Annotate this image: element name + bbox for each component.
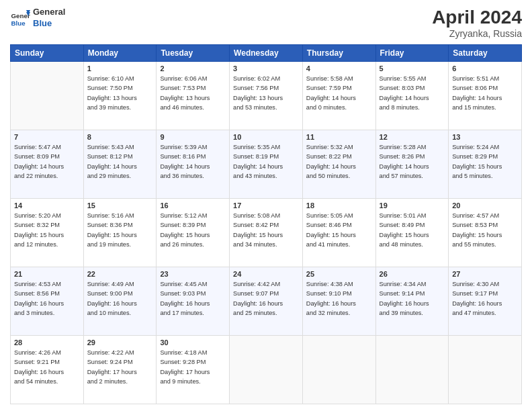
day-info: Sunrise: 5:47 AMSunset: 8:09 PMDaylight:… [14,142,80,181]
day-info: Sunrise: 6:02 AMSunset: 7:56 PMDaylight:… [233,74,299,112]
day-info: Sunrise: 5:01 AMSunset: 8:49 PMDaylight:… [380,211,445,249]
day-info-line: Daylight: 14 hours [380,95,429,101]
day-info-line: and 10 minutes. [87,310,131,316]
day-info-line: Daylight: 17 hours [87,369,137,375]
day-info-line: Daylight: 14 hours [14,163,64,170]
day-info-line: Daylight: 16 hours [306,300,356,307]
day-info-line: Sunset: 8:26 PM [380,153,425,160]
calendar-day-cell: 24Sunrise: 4:42 AMSunset: 9:07 PMDayligh… [230,267,303,336]
day-info-line: Sunset: 8:53 PM [452,222,498,228]
day-info-line: and 39 minutes. [380,310,423,316]
day-info-line: and 54 minutes. [14,378,58,385]
calendar-day-cell: 9Sunrise: 5:39 AMSunset: 8:16 PMDaylight… [157,130,230,199]
day-of-week-header: Thursday [302,45,375,62]
day-number: 19 [380,201,445,210]
page: General Blue General Blue April 2024 Zyr… [0,0,532,411]
calendar-day-cell: 14Sunrise: 5:20 AMSunset: 8:32 PMDayligh… [11,199,84,267]
day-number: 27 [452,270,518,278]
day-info-line: Daylight: 15 hours [87,232,137,238]
day-info-line: Daylight: 14 hours [306,163,356,170]
day-info-line: and 22 minutes. [14,173,58,179]
day-info-line: Daylight: 16 hours [87,300,137,307]
day-info-line: and 48 minutes. [380,241,423,248]
day-info-line: and 17 minutes. [160,310,204,316]
day-info-line: Sunset: 9:10 PM [306,290,352,297]
day-info-line: Sunrise: 4:30 AM [452,281,499,287]
day-info-line: Sunrise: 6:02 AM [233,75,280,82]
day-info: Sunrise: 4:18 AMSunset: 9:28 PMDaylight:… [160,348,226,386]
day-info-line: Daylight: 15 hours [306,232,356,238]
logo-blue-text: Blue [33,18,65,30]
day-info-line: Sunrise: 5:20 AM [14,212,61,219]
calendar-day-cell: 1Sunrise: 6:10 AMSunset: 7:50 PMDaylight… [83,62,157,130]
day-info-line: Sunset: 8:49 PM [380,222,425,228]
day-number: 29 [87,338,153,347]
day-info-line: Sunrise: 5:55 AM [380,75,427,82]
calendar-day-cell: 15Sunrise: 5:16 AMSunset: 8:36 PMDayligh… [83,199,157,267]
day-info-line: Sunrise: 5:24 AM [452,144,499,150]
day-info-line: Daylight: 16 hours [452,300,502,307]
day-info-line: Sunrise: 5:35 AM [233,144,280,150]
day-info-line: and 26 minutes. [160,241,204,248]
day-number: 17 [233,201,299,210]
day-info-line: and 25 minutes. [233,310,277,316]
day-info-line: Sunset: 7:53 PM [160,85,206,91]
calendar-day-cell: 27Sunrise: 4:30 AMSunset: 9:17 PMDayligh… [449,267,522,336]
header: General Blue General Blue April 2024 Zyr… [10,7,522,39]
calendar-week-row: 14Sunrise: 5:20 AMSunset: 8:32 PMDayligh… [11,199,522,267]
day-of-week-header: Friday [375,45,449,62]
day-info-line: Sunrise: 4:53 AM [14,281,61,287]
day-number: 6 [452,64,518,73]
day-info-line: Daylight: 14 hours [380,163,429,170]
day-number: 4 [306,64,372,73]
day-info-line: Sunrise: 5:05 AM [306,212,353,219]
day-info-line: Sunset: 9:24 PM [87,359,133,365]
day-info-line: and 3 minutes. [14,310,54,316]
calendar-day-cell [302,336,375,404]
calendar-day-cell: 16Sunrise: 5:12 AMSunset: 8:39 PMDayligh… [157,199,230,267]
calendar-week-row: 1Sunrise: 6:10 AMSunset: 7:50 PMDaylight… [11,62,522,130]
day-number: 25 [306,270,372,278]
day-info-line: Daylight: 15 hours [14,232,64,238]
day-info-line: Sunrise: 4:57 AM [452,212,499,219]
day-info: Sunrise: 4:38 AMSunset: 9:10 PMDaylight:… [306,279,372,318]
day-info-line: Sunset: 8:09 PM [14,153,60,160]
day-info-line: Sunset: 8:36 PM [87,222,133,228]
day-number: 13 [452,133,518,141]
day-info: Sunrise: 5:32 AMSunset: 8:22 PMDaylight:… [306,142,372,181]
day-info-line: Sunset: 8:46 PM [306,222,352,228]
calendar-day-cell: 21Sunrise: 4:53 AMSunset: 8:56 PMDayligh… [11,267,84,336]
calendar-day-cell [449,336,522,404]
day-number: 5 [380,64,445,73]
day-info-line: Daylight: 16 hours [160,300,210,307]
calendar-subtitle: Zyryanka, Russia [432,28,522,39]
day-info: Sunrise: 4:30 AMSunset: 9:17 PMDaylight:… [452,279,518,318]
day-info-line: and 57 minutes. [380,173,423,179]
day-info-line: Sunrise: 5:58 AM [306,75,353,82]
day-info: Sunrise: 5:28 AMSunset: 8:26 PMDaylight:… [380,142,445,181]
day-number: 16 [160,201,226,210]
calendar-day-cell: 5Sunrise: 5:55 AMSunset: 8:03 PMDaylight… [375,62,449,130]
calendar-day-cell [11,62,84,130]
calendar-day-cell: 22Sunrise: 4:49 AMSunset: 9:00 PMDayligh… [83,267,157,336]
day-info-line: Sunset: 8:56 PM [14,290,60,297]
calendar-day-cell: 19Sunrise: 5:01 AMSunset: 8:49 PMDayligh… [375,199,449,267]
day-info-line: and 0 minutes. [306,104,347,111]
calendar-day-cell: 11Sunrise: 5:32 AMSunset: 8:22 PMDayligh… [302,130,375,199]
day-info-line: Sunrise: 6:10 AM [87,75,134,82]
day-info-line: Sunrise: 5:32 AM [306,144,353,150]
day-info-line: Daylight: 15 hours [452,232,502,238]
day-number: 30 [160,338,226,347]
day-info: Sunrise: 6:10 AMSunset: 7:50 PMDaylight:… [87,74,153,112]
day-info-line: and 2 minutes. [87,378,128,385]
day-of-week-header: Monday [83,45,157,62]
day-of-week-header: Saturday [449,45,522,62]
day-number: 18 [306,201,372,210]
day-info-line: Sunset: 7:59 PM [306,85,352,91]
day-of-week-header: Tuesday [157,45,230,62]
day-number: 11 [306,133,372,141]
day-info-line: Sunset: 8:06 PM [452,85,498,91]
day-info-line: and 9 minutes. [160,378,200,385]
day-info-line: Sunset: 8:42 PM [233,222,279,228]
day-info: Sunrise: 5:08 AMSunset: 8:42 PMDaylight:… [233,211,299,249]
